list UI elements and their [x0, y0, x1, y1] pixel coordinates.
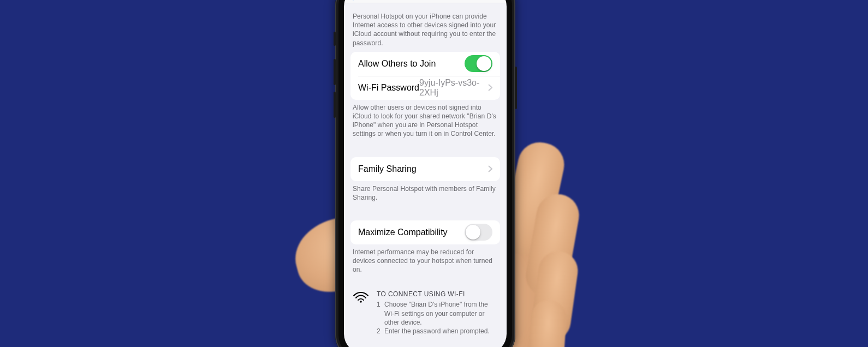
navbar: Settings Personal Hotspot [344, 0, 507, 3]
allow-others-row[interactable]: Allow Others to Join [350, 52, 500, 76]
family-sharing-label: Family Sharing [358, 164, 417, 174]
family-sharing-group: Family Sharing [350, 157, 500, 181]
back-label: Settings [357, 0, 390, 1]
connect-bluetooth-section: TO CONNECT USING BLUETOOTH 1Pair iPhone … [344, 344, 507, 347]
back-button[interactable]: Settings [348, 0, 390, 1]
wifi-icon [353, 290, 369, 336]
svg-point-0 [360, 301, 362, 303]
allow-others-toggle[interactable] [465, 55, 492, 72]
family-sharing-row[interactable]: Family Sharing [350, 157, 500, 181]
max-compat-group: Maximize Compatibility [350, 220, 500, 244]
wifi-password-label: Wi-Fi Password [358, 83, 419, 93]
chevron-right-icon [488, 84, 492, 91]
iphone-frame: Settings Personal Hotspot Personal Hotsp… [335, 0, 515, 347]
max-compat-label: Maximize Compatibility [358, 228, 448, 237]
allow-others-footer: Allow other users or devices not signed … [344, 100, 507, 143]
connect-wifi-step: 1Choose "Brian D's iPhone" from the Wi-F… [377, 300, 498, 327]
wifi-password-row[interactable]: Wi-Fi Password 9yju-IyPs-vs3o-2XHj [350, 76, 500, 100]
chevron-right-icon [488, 165, 492, 172]
max-compat-row[interactable]: Maximize Compatibility [350, 220, 500, 244]
chevron-left-icon [348, 0, 355, 1]
max-compat-toggle[interactable] [465, 224, 492, 241]
intro-footer: Personal Hotspot on your iPhone can prov… [344, 3, 507, 52]
family-sharing-footer: Share Personal Hotspot with members of F… [344, 181, 507, 206]
max-compat-footer: Internet performance may be reduced for … [344, 244, 507, 279]
allow-others-label: Allow Others to Join [358, 59, 436, 69]
connect-wifi-section: TO CONNECT USING WI-FI 1Choose "Brian D'… [344, 286, 507, 338]
screen: Settings Personal Hotspot Personal Hotsp… [344, 0, 507, 347]
hotspot-group: Allow Others to Join Wi-Fi Password 9yju… [350, 52, 500, 100]
connect-wifi-step: 2Enter the password when prompted. [377, 327, 498, 336]
connect-wifi-title: TO CONNECT USING WI-FI [377, 290, 498, 298]
wifi-password-value: 9yju-IyPs-vs3o-2XHj [419, 78, 485, 98]
